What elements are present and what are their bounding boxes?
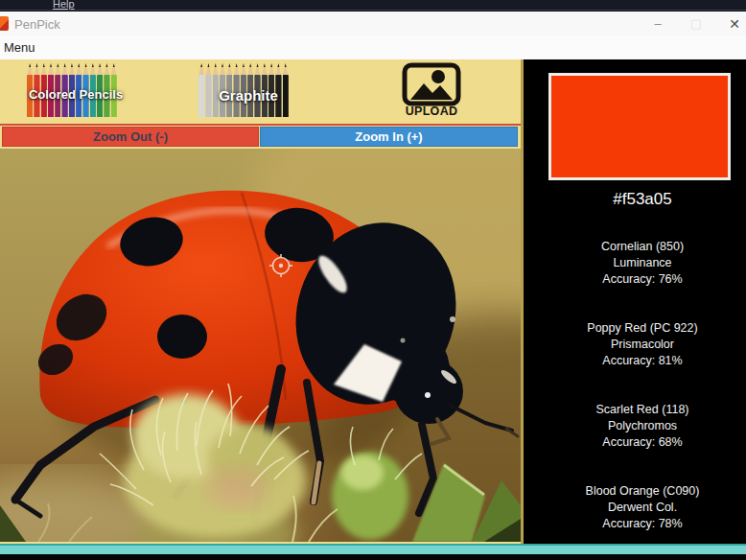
zoom-controls: Zoom Out (-) Zoom In (+): [0, 124, 521, 149]
match-accuracy: Accuracy: 78%: [539, 516, 746, 532]
menu-item-menu[interactable]: Menu: [4, 40, 35, 55]
match-accuracy: Accuracy: 76%: [539, 271, 746, 288]
background-window-menubar: Help: [0, 0, 746, 11]
app-icon: [0, 16, 9, 31]
colored-pencils-label: Colored Pencils: [27, 87, 125, 102]
ladybug-photo: [0, 149, 521, 542]
picked-color-hex: #f53a05: [539, 190, 746, 209]
match-name: Cornelian (850): [539, 239, 746, 255]
graphite-button[interactable]: Graphite: [198, 61, 298, 121]
left-column: Colored Pencils Graphite UPLOAD Zoom Out…: [0, 59, 521, 544]
minimize-button[interactable]: –: [639, 12, 677, 36]
match-name: Poppy Red (PC 922): [539, 320, 746, 337]
match-brand: Luminance: [539, 255, 746, 271]
zoom-out-button[interactable]: Zoom Out (-): [2, 127, 259, 147]
match-name: Scarlet Red (118): [539, 402, 746, 418]
match-accuracy: Accuracy: 68%: [539, 434, 746, 451]
match-entry: Cornelian (850) Luminance Accuracy: 76%: [539, 239, 746, 288]
match-name: Blood Orange (C090): [539, 483, 746, 500]
background-help-menu[interactable]: Help: [53, 0, 75, 10]
penpick-app: Help PenPick – ▢ ✕ Menu Colored Pencils …: [0, 0, 746, 560]
upload-button[interactable]: UPLOAD: [400, 62, 463, 120]
window-title: PenPick: [14, 17, 60, 32]
bottom-strip: [0, 554, 746, 560]
title-bar: PenPick – ▢ ✕: [0, 12, 746, 36]
match-entry: Scarlet Red (118) Polychromos Accuracy: …: [539, 402, 746, 451]
pencil-matches: Cornelian (850) Luminance Accuracy: 76% …: [539, 239, 746, 532]
match-brand: Prismacolor: [539, 337, 746, 353]
picked-color-swatch: [548, 73, 731, 180]
colored-pencils-button[interactable]: Colored Pencils: [27, 61, 125, 121]
upload-image-icon: [400, 62, 463, 106]
status-bar: [0, 544, 746, 554]
upload-label: UPLOAD: [400, 105, 463, 118]
match-entry: Poppy Red (PC 922) Prismacolor Accuracy:…: [539, 320, 746, 369]
match-entry: Blood Orange (C090) Derwent Col. Accurac…: [539, 483, 746, 532]
match-accuracy: Accuracy: 81%: [539, 353, 746, 369]
zoom-in-button[interactable]: Zoom In (+): [260, 127, 518, 147]
match-brand: Polychromos: [539, 418, 746, 434]
photo-canvas[interactable]: [0, 149, 521, 542]
menu-bar: Menu: [0, 36, 746, 59]
maximize-button[interactable]: ▢: [677, 12, 715, 36]
graphite-label: Graphite: [198, 87, 298, 104]
pencil-set-toolbar: Colored Pencils Graphite UPLOAD: [0, 59, 521, 124]
match-brand: Derwent Col.: [539, 500, 746, 516]
close-button[interactable]: ✕: [715, 12, 746, 36]
color-match-panel: #f53a05 Cornelian (850) Luminance Accura…: [524, 59, 746, 544]
